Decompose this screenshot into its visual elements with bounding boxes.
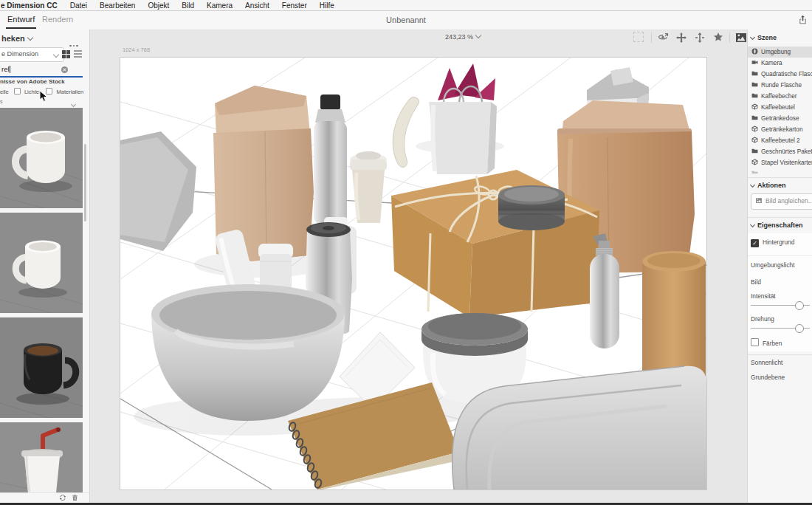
match-image-button[interactable]: Bild angleichen... — [751, 193, 812, 210]
background-checkbox-row[interactable]: ✓Hintergrund — [751, 238, 794, 247]
intensity-slider[interactable] — [751, 301, 810, 309]
menu-objekt[interactable]: Objekt — [148, 1, 169, 10]
scene-item-stapel-visitenkarten[interactable]: Stapel Visitenkarten — [748, 157, 812, 168]
chevron-down-icon — [53, 52, 59, 58]
chevron-down-icon — [750, 35, 755, 40]
list-view-icon[interactable] — [74, 50, 82, 58]
library-thumbnail-white-mug-angled[interactable] — [0, 213, 83, 313]
background-checkbox[interactable]: ✓ — [751, 239, 759, 247]
folder-icon — [751, 92, 758, 98]
ellipsis-icon[interactable] — [68, 36, 78, 49]
scene-item-umgebung[interactable]: Umgebung — [748, 47, 812, 58]
toolbar-separator — [729, 32, 730, 43]
search-focus-underline — [0, 76, 83, 78]
document-title: Unbenannt — [0, 16, 812, 24]
menu-datei[interactable]: Datei — [70, 1, 87, 10]
camera-icon — [751, 58, 758, 65]
chevron-down-icon — [27, 35, 33, 41]
properties-section-header[interactable]: Eigenschaften — [751, 221, 803, 229]
folder-icon — [751, 147, 758, 154]
scene-item-kamera[interactable]: Kamera — [748, 58, 812, 69]
scene-item-geschnuertes-paket[interactable]: Geschnürtes Paket — [748, 146, 812, 157]
camera-dolly-tool-icon[interactable] — [694, 32, 706, 44]
cube-icon — [751, 136, 758, 142]
libraries-header[interactable]: heken — [1, 34, 32, 43]
chevron-down-icon — [71, 102, 76, 107]
chevron-down-icon — [750, 222, 755, 227]
rotation-slider[interactable] — [751, 324, 810, 331]
sync-icon[interactable] — [59, 494, 66, 501]
actions-section-header[interactable]: Aktionen — [751, 182, 786, 189]
partial-section-label: s — [0, 99, 3, 104]
zoom-control[interactable]: 243,23 % — [426, 33, 500, 41]
filter-lichter-label[interactable]: Lichter — [24, 89, 41, 95]
slider-knob[interactable] — [795, 324, 804, 333]
menu-hilfe[interactable]: Hilfe — [320, 1, 334, 10]
library-thumbnail-white-mug[interactable] — [0, 108, 83, 208]
umgebungslicht-label: Umgebungslicht — [751, 261, 795, 269]
scene-item-getraenkekarton[interactable]: Getränkekarton — [748, 124, 812, 135]
cube-icon — [751, 125, 758, 131]
scene-item-kaffeebecher[interactable]: Kaffeebecher — [748, 91, 812, 102]
stock-results-label: nisse von Adobe Stock — [0, 78, 65, 85]
camera-pan-tool-icon[interactable] — [675, 32, 687, 44]
adobe-dimension-window: e Dimension CC Datei Bearbeiten Objekt B… — [0, 0, 812, 505]
share-icon[interactable] — [798, 14, 808, 25]
artboard-size-label: 1024 x 768 — [123, 47, 150, 53]
scene-item-quadratische-flasche[interactable]: Quadratische Flasche — [748, 69, 812, 80]
slider-knob[interactable] — [795, 301, 804, 310]
toolbar-separator — [651, 32, 652, 43]
scene-section-header[interactable]: Szene — [751, 34, 777, 41]
drehung-label: Drehung — [751, 315, 774, 323]
sonnenlicht-label: Sonnenlicht — [751, 359, 782, 366]
match-image-icon — [755, 197, 763, 204]
library-thumbnail-cup-with-straw[interactable] — [0, 422, 83, 493]
panel-divider — [748, 217, 812, 218]
menu-bar: e Dimension CC Datei Bearbeiten Objekt B… — [0, 0, 812, 11]
globe-icon — [751, 47, 758, 54]
chevron-down-icon — [750, 182, 755, 188]
folder-icon — [751, 80, 758, 87]
artboard-3d-viewport[interactable] — [120, 57, 707, 490]
menu-fenster[interactable]: Fenster — [282, 1, 307, 10]
chevron-down-icon — [475, 32, 481, 38]
filter-materialien-label[interactable]: Materialien — [57, 89, 84, 95]
marquee-select-icon[interactable] — [633, 32, 644, 42]
filter-lichter-checkbox[interactable] — [14, 88, 21, 95]
menu-bild[interactable]: Bild — [182, 1, 194, 10]
render-preview-icon[interactable] — [735, 32, 747, 44]
trash-icon[interactable] — [72, 494, 78, 501]
scene-item-kaffeebeutel[interactable]: Kaffeebeutel — [748, 102, 812, 113]
library-bottom-bar — [0, 492, 89, 503]
scene-item-partial[interactable] — [748, 168, 812, 174]
filter-modelle-label[interactable]: elle — [0, 89, 9, 95]
canvas-toolbar: 243,23 % — [90, 30, 747, 46]
folder-icon — [751, 114, 758, 120]
folder-icon — [751, 69, 758, 76]
scene-item-runde-flasche[interactable]: Runde Flasche — [748, 80, 812, 91]
right-panel: Szene Umgebung Kamera Quadratische Flasc… — [747, 30, 812, 503]
mouse-cursor — [39, 90, 48, 103]
library-source-select[interactable]: e Dimension — [0, 47, 64, 62]
faerben-checkbox-row[interactable]: Färben — [751, 338, 782, 347]
panel-divider — [748, 255, 812, 256]
panel-divider — [748, 354, 812, 355]
scene-item-kaffeebeutel-2[interactable]: Kaffeebeutel 2 — [748, 135, 812, 146]
scene-render — [120, 58, 706, 489]
tab-bar: Entwurf Rendern Unbenannt — [0, 11, 812, 30]
intensitaet-label: Intensität — [751, 292, 776, 300]
menu-ansicht[interactable]: Ansicht — [245, 1, 269, 10]
grid-view-icon[interactable] — [62, 50, 70, 58]
bild-label: Bild — [751, 278, 761, 286]
cube-icon — [751, 158, 758, 165]
faerben-checkbox[interactable] — [751, 338, 759, 346]
app-name: e Dimension CC — [1, 1, 58, 10]
library-scrollbar[interactable] — [84, 144, 86, 221]
grundebene-label: Grundebene — [751, 374, 785, 381]
menu-bearbeiten[interactable]: Bearbeiten — [100, 1, 135, 10]
menu-kamera[interactable]: Kamera — [207, 1, 233, 10]
library-thumbnail-black-coffee-mug[interactable] — [0, 317, 83, 418]
camera-orbit-tool-icon[interactable] — [657, 32, 669, 44]
camera-bookmark-tool-icon[interactable] — [712, 32, 724, 44]
scene-item-getraenkedose[interactable]: Getränkedose — [748, 113, 812, 124]
